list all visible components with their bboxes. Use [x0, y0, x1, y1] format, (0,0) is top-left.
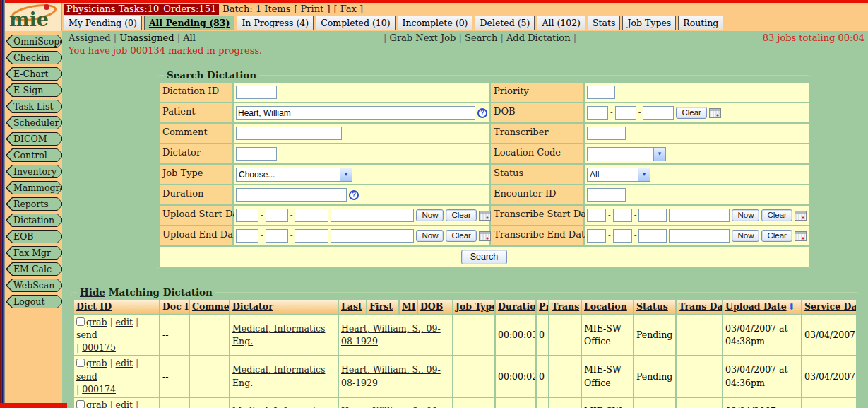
action-link-add-dictation[interactable]: Add Dictation	[506, 33, 571, 43]
tab-in-progress-4[interactable]: In Progress (4)	[237, 16, 314, 30]
tab-all-pending-83[interactable]: All Pending (83)	[144, 16, 235, 30]
transcribe-start-calendar-icon[interactable]	[795, 211, 807, 221]
filter-link-all[interactable]: All	[183, 33, 196, 43]
column-header-job-type[interactable]: Job Type	[453, 300, 494, 314]
tab-my-pending-0[interactable]: My Pending (0)	[64, 16, 142, 30]
column-header-last[interactable]: Last	[339, 300, 366, 314]
upload-start-time-input[interactable]	[331, 209, 414, 222]
tab-job-types[interactable]: Job Types	[622, 16, 676, 30]
tab-all-102[interactable]: All (102)	[537, 16, 585, 30]
sidebar-item-reports[interactable]: Reports	[6, 197, 62, 211]
transcribe-start-now-button[interactable]: Now	[732, 209, 759, 221]
duration-help-icon[interactable]: ?	[349, 190, 359, 200]
transcribe-start-year-input[interactable]	[638, 209, 667, 222]
upload-end-day-input[interactable]	[266, 229, 288, 243]
upload-end-clear-button[interactable]: Clear	[446, 230, 476, 242]
dob-day-input[interactable]	[615, 106, 636, 120]
filter-link-assigned[interactable]: Assigned	[69, 33, 111, 43]
sidebar-item-dictation[interactable]: Dictation	[6, 214, 62, 227]
sidebar-item-logout[interactable]: Logout	[6, 295, 62, 308]
orders-link[interactable]: Orders:151	[163, 4, 216, 14]
upload-start-now-button[interactable]: Now	[416, 209, 444, 221]
column-header-first[interactable]: First	[367, 300, 398, 314]
upload-end-year-input[interactable]	[295, 229, 328, 243]
status-select[interactable]: All ▼	[587, 168, 650, 182]
patient-help-icon[interactable]: ?	[477, 108, 487, 118]
dictator-cell-link[interactable]: Medical, Informatics Eng.	[232, 323, 325, 346]
row-checkbox[interactable]	[76, 400, 85, 408]
mie-logo[interactable]: mie	[5, 3, 62, 31]
job-type-select[interactable]: Choose... ▼	[236, 168, 352, 182]
dob-month-input[interactable]	[587, 106, 608, 120]
sidebar-item-inventory[interactable]: Inventory	[6, 165, 62, 178]
dict-id-link[interactable]: 000175	[82, 342, 116, 353]
column-header-dictator[interactable]: Dictator	[230, 300, 338, 314]
dictator-cell-link[interactable]: Medical, Informatics Eng.	[232, 364, 325, 387]
upload-end-time-input[interactable]	[331, 229, 414, 243]
upload-end-now-button[interactable]: Now	[416, 230, 444, 242]
edit-link[interactable]: edit	[116, 317, 133, 327]
tab-incomplete-0[interactable]: Incomplete (0)	[398, 16, 473, 30]
transcribe-start-month-input[interactable]	[587, 209, 606, 222]
upload-start-clear-button[interactable]: Clear	[446, 209, 476, 221]
transcribe-end-month-input[interactable]	[587, 229, 606, 243]
transcribe-start-time-input[interactable]	[669, 209, 730, 222]
tab-stats[interactable]: Stats	[588, 16, 620, 30]
upload-start-year-input[interactable]	[295, 209, 328, 222]
column-header-trans[interactable]: Trans	[549, 300, 581, 314]
location-code-select[interactable]: ▼	[587, 147, 666, 161]
column-header-trans-date[interactable]: Trans Date	[677, 300, 722, 314]
transcribe-end-calendar-icon[interactable]	[795, 231, 807, 241]
row-checkbox[interactable]	[76, 359, 85, 367]
column-header-mi[interactable]: MI	[400, 300, 417, 314]
sidebar-item-scheduler[interactable]: Scheduler	[6, 116, 62, 129]
column-header-service-date[interactable]: Service Date	[802, 300, 856, 314]
sidebar-item-task-list[interactable]: Task List	[6, 100, 62, 113]
print-link[interactable]: [ Print ]	[294, 4, 330, 14]
patient-input[interactable]	[236, 106, 475, 120]
priority-input[interactable]	[587, 86, 615, 99]
sidebar-item-fax-mgr[interactable]: Fax Mgr	[6, 246, 62, 260]
tab-completed-10[interactable]: Completed (10)	[316, 16, 395, 30]
upload-start-month-input[interactable]	[236, 209, 258, 222]
upload-end-calendar-icon[interactable]	[479, 231, 491, 241]
sidebar-item-e-chart[interactable]: E-Chart	[6, 67, 62, 81]
sidebar-item-em-calc[interactable]: EM Calc	[6, 262, 62, 276]
dictator-input[interactable]	[236, 147, 277, 161]
encounter-id-input[interactable]	[587, 188, 626, 202]
sidebar-item-checkin[interactable]: Checkin	[6, 51, 62, 64]
sidebar-item-eob[interactable]: EOB	[6, 230, 62, 243]
sidebar-item-webscan[interactable]: WebScan	[6, 279, 62, 292]
upload-start-calendar-icon[interactable]	[479, 211, 491, 221]
dict-id-link[interactable]: 000174	[82, 384, 116, 395]
column-header-upload-date[interactable]: Upload Date⬇	[723, 300, 801, 314]
column-header-dob[interactable]: DOB	[418, 300, 452, 314]
dob-clear-button[interactable]: Clear	[676, 107, 706, 119]
edit-link[interactable]: edit	[116, 358, 133, 368]
fax-link[interactable]: [ Fax ]	[333, 4, 363, 14]
transcribe-end-clear-button[interactable]: Clear	[761, 230, 792, 242]
transcribe-end-now-button[interactable]: Now	[732, 230, 759, 242]
column-header-pri[interactable]: Pri	[537, 300, 548, 314]
sidebar-item-dicom[interactable]: DICOM	[6, 132, 62, 146]
dob-year-input[interactable]	[643, 106, 674, 120]
sidebar-item-omniscope[interactable]: OmniScope	[6, 35, 62, 48]
sidebar-item-control[interactable]: Control	[6, 148, 62, 162]
hide-link[interactable]: Hide	[80, 286, 105, 298]
dob-calendar-icon[interactable]	[709, 108, 721, 118]
action-link-grab-next-job[interactable]: Grab Next Job	[390, 33, 456, 43]
column-header-duration[interactable]: Duration	[496, 300, 535, 314]
grab-link[interactable]: grab	[86, 400, 107, 408]
grab-link[interactable]: grab	[86, 317, 107, 327]
action-link-search[interactable]: Search	[465, 33, 497, 43]
sidebar-item-mammogra[interactable]: Mammogra	[6, 181, 62, 194]
transcribe-start-clear-button[interactable]: Clear	[761, 209, 792, 221]
send-link[interactable]: send	[76, 371, 97, 382]
patient-name-cell-link[interactable]: Heart, William, S., 09-08-1929	[341, 364, 441, 387]
patient-name-cell-link[interactable]: Heart, William, S., 09-08-1929	[341, 323, 441, 346]
transcribe-start-day-input[interactable]	[613, 209, 632, 222]
transcribe-end-year-input[interactable]	[638, 229, 667, 243]
send-link[interactable]: send	[76, 330, 97, 340]
edit-link[interactable]: edit	[116, 400, 133, 408]
duration-input[interactable]	[236, 188, 347, 202]
